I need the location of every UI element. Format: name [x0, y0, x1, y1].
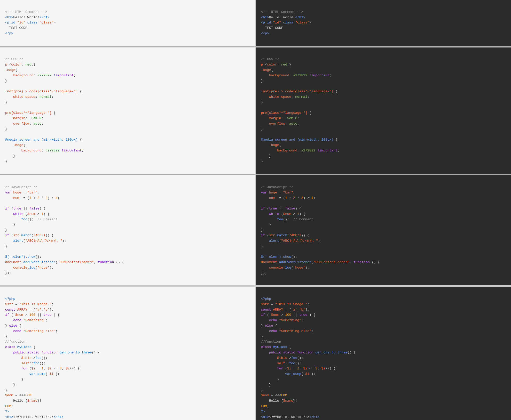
tag: </h1> [295, 15, 305, 19]
line: } [5, 159, 7, 163]
keyword: !important [309, 74, 329, 77]
at-rule: @media screen and (min-width: 100px) [261, 138, 334, 142]
line: self::foo(); [5, 361, 45, 365]
line: p {color: red;} [261, 63, 291, 67]
tag: <h1> [261, 15, 269, 19]
keyword: else [265, 324, 273, 328]
php-dark-panel: <?php $str = "This is $hoge."; const ARR… [256, 287, 511, 420]
func: gen_one_to_three [60, 351, 92, 354]
line: $this->foo(); [5, 356, 48, 360]
value: red [25, 63, 31, 67]
line: } [5, 127, 7, 131]
string: 'hoge' [293, 266, 305, 270]
func: alert [269, 239, 279, 243]
php-dark-code: <?php $str = "This is $hoge."; const ARR… [261, 296, 506, 420]
line: } [261, 244, 263, 248]
value: #272822 [301, 149, 316, 152]
var: $num [271, 313, 279, 317]
property: white-space [13, 95, 35, 99]
value: red [281, 63, 287, 67]
line: $this->foo(); [261, 356, 303, 360]
string: 'a' [35, 308, 41, 312]
var: hoge [13, 191, 21, 195]
line: } else { [5, 324, 21, 328]
var: $this [21, 356, 31, 360]
at-rule: @media screen and (min-width: 100px) [5, 138, 78, 142]
line: .hoge{ [5, 68, 17, 72]
comment: // Comment [293, 217, 313, 221]
number: 3 [301, 196, 303, 200]
line: margin: .5em 0; [261, 116, 299, 120]
attr: id [11, 21, 15, 25]
line: :not(pre) > code[class*="language-"] { [261, 90, 337, 93]
separator-1 [0, 46, 511, 47]
keyword: false [29, 207, 40, 211]
line: } [5, 335, 7, 338]
tag: > [267, 31, 269, 35]
property: margin [13, 116, 25, 120]
js-light-panel: /* JavaScript */ var hoge = "bar", num =… [0, 175, 255, 285]
selector: .hoge [13, 143, 23, 147]
selector: :not(pre) > code[class*="language-"] [5, 90, 78, 93]
string: "class" [40, 21, 54, 25]
tag: </p> [5, 31, 13, 35]
string: "Something" [23, 318, 45, 322]
css-dark-code: /* CSS */ p {color: red;} .hoge{ backgro… [261, 57, 506, 164]
property: background [269, 74, 289, 77]
css-light-code: /* CSS */ p {color: red;} .hoge{ backgro… [5, 57, 250, 164]
keyword: public static function [13, 351, 58, 354]
var: num [269, 196, 275, 200]
number: 1 [41, 212, 43, 216]
line: } [5, 244, 7, 248]
php-tag: ?> [261, 410, 265, 414]
line: background: #272822 !important; [5, 74, 76, 77]
string: "ABCを含んでいます。" [25, 239, 62, 243]
property: white-space [269, 95, 291, 99]
keyword: function [98, 260, 114, 264]
var: str [13, 233, 19, 237]
keyword: for [277, 367, 283, 370]
tag: <p [5, 21, 11, 25]
line: $str = "This is $hoge."; [5, 302, 53, 306]
line: alert("ABCを含んでいます。"); [5, 239, 66, 243]
line: overflow: auto; [5, 122, 43, 126]
php-light-panel: <?php $str = "This is $hoge."; const ARR… [0, 287, 255, 420]
line: while ($num > 1) { [5, 212, 50, 216]
line: public static function gen_one_to_three(… [261, 351, 356, 354]
func: foo [33, 361, 39, 365]
selector: .hoge [5, 68, 15, 72]
line: document.addEventListener("DOMContentLoa… [261, 260, 380, 264]
func: alert [13, 239, 23, 243]
keyword: var [5, 191, 11, 195]
keyword: if [261, 207, 265, 211]
line: var_dump( $i ); [5, 372, 60, 376]
class-name: MyClass [273, 345, 287, 349]
line: :not(pre) > code[class*="language-"] { [5, 90, 82, 93]
func: $('.elem') [5, 255, 25, 259]
line: if (true || false) { [5, 207, 45, 211]
var: $i [303, 367, 307, 370]
string: "Something" [279, 318, 301, 322]
keyword: true [269, 207, 277, 211]
attr: class [27, 21, 37, 25]
line: } [261, 159, 263, 163]
tag: </h1> [40, 15, 50, 19]
line: TEST CODE [5, 26, 27, 30]
heredoc: EOM [261, 404, 267, 408]
func: show [27, 255, 35, 259]
line: <h1><?="Hello, World!"?></h1> [5, 415, 64, 419]
number: 1 [29, 196, 32, 200]
line: background: #272822 !important; [5, 149, 84, 152]
keyword: class [261, 345, 271, 349]
tag: </h1> [53, 415, 64, 419]
var: $str [5, 302, 13, 306]
keyword: var [261, 191, 267, 195]
func: addEventListener [23, 260, 56, 264]
property: color [267, 63, 277, 67]
number: 2 [37, 196, 40, 200]
property: background [277, 149, 297, 152]
keyword: if [5, 233, 9, 237]
var: num [13, 196, 19, 200]
string: "This is $hoge." [19, 302, 52, 306]
line: white-space: normal; [5, 95, 53, 99]
